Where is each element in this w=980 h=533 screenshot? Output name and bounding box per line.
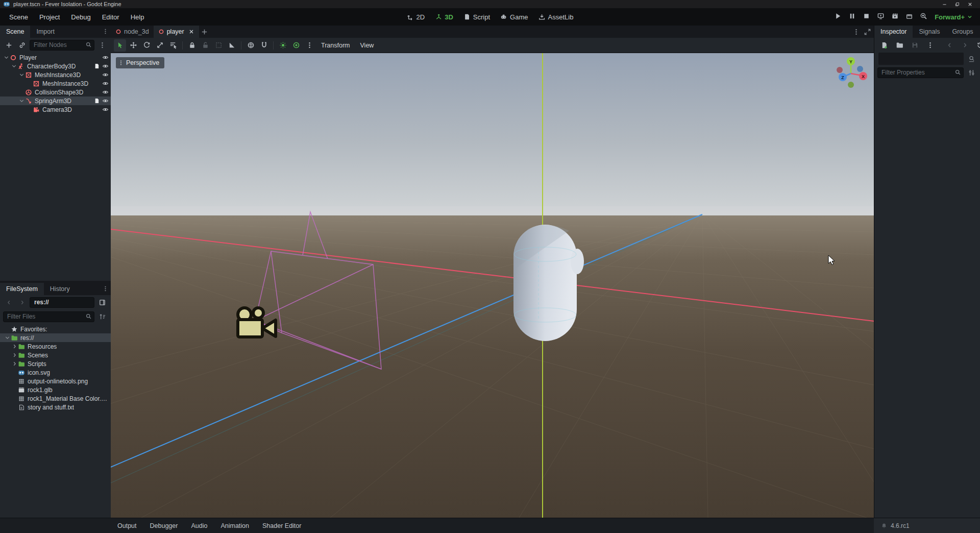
group-button[interactable] <box>212 39 225 52</box>
menu-help[interactable]: Help <box>126 11 150 23</box>
scene-dock-tabs-menu-button[interactable] <box>100 26 111 37</box>
bottom-panel-output[interactable]: Output <box>111 518 143 533</box>
scene-tab-node-3d[interactable]: node_3d <box>111 26 154 38</box>
filesystem-dock-tab-history[interactable]: History <box>44 283 76 295</box>
scene-node-meshinstance3d[interactable]: MeshInstance3D <box>0 70 111 79</box>
movie-maker-button[interactable] <box>920 12 927 22</box>
gizmo-neg-y-ball[interactable] <box>848 82 854 88</box>
tree-expand-arrow[interactable] <box>18 71 25 78</box>
scene-dock-tab-scene[interactable]: Scene <box>0 26 30 38</box>
visibility-toggle[interactable] <box>102 80 109 87</box>
scene-node-player[interactable]: Player <box>0 53 111 62</box>
close-tab-icon[interactable] <box>188 29 194 35</box>
tool-select-button[interactable] <box>114 39 126 52</box>
tool-rotate-button[interactable] <box>140 39 153 52</box>
scene-tree-options-button[interactable] <box>96 39 108 51</box>
play-button[interactable] <box>834 12 842 22</box>
bottom-panel-debugger[interactable]: Debugger <box>143 518 185 533</box>
scene-dock-tab-import[interactable]: Import <box>30 26 60 38</box>
file-item-icon-svg[interactable]: icon.svg <box>0 368 111 377</box>
file-item-story-and-stuff-txt[interactable]: story and stuff.txt <box>0 403 111 411</box>
visibility-toggle[interactable] <box>102 106 109 113</box>
bottom-panel-audio[interactable]: Audio <box>184 518 214 533</box>
filter-properties-input[interactable] <box>877 67 964 78</box>
viewport-menu-transform[interactable]: Transform <box>316 40 355 51</box>
snap-button[interactable] <box>258 39 270 52</box>
scene-node-meshinstance3d[interactable]: MeshInstance3D <box>0 79 111 88</box>
perspective-menu-button[interactable]: Perspective <box>116 57 164 68</box>
renderer-select[interactable]: Forward+ <box>935 13 976 21</box>
environment-button[interactable] <box>290 39 302 52</box>
file-sort-button[interactable] <box>96 311 108 322</box>
scene-node-camera3d[interactable]: Camera3D <box>0 105 111 114</box>
expand-viewport-button[interactable] <box>862 26 873 37</box>
filter-nodes-input[interactable] <box>30 40 94 51</box>
tree-expand-arrow[interactable] <box>18 98 25 104</box>
filesystem-dock-tabs-menu-button[interactable] <box>100 283 111 294</box>
inspector-tab-signals[interactable]: Signals <box>913 26 946 38</box>
tool-list-select-button[interactable] <box>167 39 179 52</box>
filter-files-input[interactable] <box>3 311 94 322</box>
inspector-tab-groups[interactable]: Groups <box>946 26 979 38</box>
workspace-2d[interactable]: 2D <box>407 13 425 21</box>
scene-node-characterbody3d[interactable]: CharacterBody3D <box>0 62 111 70</box>
remote-debug-button[interactable] <box>877 12 885 22</box>
attached-script-button[interactable] <box>93 98 100 104</box>
tree-expand-arrow[interactable] <box>11 343 18 350</box>
scene-tabs-menu-button[interactable] <box>850 26 862 37</box>
tree-expand-arrow[interactable] <box>3 54 10 61</box>
chev-left-button[interactable] <box>944 39 955 51</box>
tree-expand-arrow[interactable] <box>11 352 18 358</box>
3d-viewport[interactable]: Y X Z Perspective <box>111 53 874 518</box>
workspace-script[interactable]: Script <box>463 13 490 21</box>
scene-node-collisionshape3d[interactable]: CollisionShape3D <box>0 88 111 96</box>
file-item-scripts[interactable]: Scripts <box>0 359 111 368</box>
close-button[interactable] <box>967 2 973 7</box>
scene-tab-player[interactable]: player <box>154 26 199 38</box>
minimize-button[interactable] <box>942 2 947 7</box>
bottom-panel-shader-editor[interactable]: Shader Editor <box>256 518 308 533</box>
attached-script-button[interactable] <box>93 63 100 69</box>
file-item-res-[interactable]: res:// <box>0 333 111 342</box>
load-button[interactable] <box>894 39 905 51</box>
player-capsule-mesh[interactable] <box>513 225 584 341</box>
new-resource-button[interactable] <box>878 39 890 51</box>
workspace-game[interactable]: Game <box>500 13 528 21</box>
chev-right-button[interactable] <box>959 39 970 51</box>
file-item-output-onlinetools-png[interactable]: output-onlinetools.png <box>0 377 111 385</box>
filesystem-dock-tab-filesystem[interactable]: FileSystem <box>0 283 44 295</box>
file-item-rock1-material-base-color-png[interactable]: rock1_Material Base Color.png <box>0 394 111 403</box>
inspector-tab-inspector[interactable]: Inspector <box>874 26 913 38</box>
property-filter-options-button[interactable] <box>966 67 977 78</box>
stop-button[interactable] <box>863 12 870 22</box>
tree-expand-arrow[interactable] <box>11 63 17 69</box>
local-space-button[interactable] <box>244 39 257 52</box>
open-docs-button[interactable] <box>966 53 977 64</box>
play-custom-scene-button[interactable] <box>905 12 913 22</box>
file-item-resources[interactable]: Resources <box>0 342 111 351</box>
dots-v-button[interactable] <box>303 39 315 52</box>
add-node-button[interactable] <box>3 39 14 51</box>
current-path[interactable]: res:// <box>30 297 94 308</box>
history-forward-button[interactable] <box>16 297 28 308</box>
tree-expand-arrow[interactable] <box>11 360 18 367</box>
menu-debug[interactable]: Debug <box>66 11 95 23</box>
file-item-favorites-[interactable]: Favorites: <box>0 325 111 333</box>
scene-node-springarm3d[interactable]: SpringArm3D <box>0 96 111 105</box>
tool-scale-button[interactable] <box>154 39 166 52</box>
tree-expand-arrow[interactable] <box>4 334 11 341</box>
unlock-button[interactable] <box>199 39 211 52</box>
file-item-scenes[interactable]: Scenes <box>0 351 111 359</box>
visibility-toggle[interactable] <box>102 54 109 61</box>
visibility-toggle[interactable] <box>102 89 109 95</box>
dots-v-button[interactable] <box>924 39 936 51</box>
sun-button[interactable] <box>277 39 289 52</box>
visibility-toggle[interactable] <box>102 98 109 104</box>
pause-button[interactable] <box>848 12 856 22</box>
visibility-toggle[interactable] <box>102 63 109 69</box>
history-back-button[interactable] <box>3 297 14 308</box>
save-button[interactable] <box>909 39 920 51</box>
maximize-button[interactable] <box>954 2 960 7</box>
menu-project[interactable]: Project <box>34 11 65 23</box>
gizmo-neg-z-ball[interactable] <box>857 66 863 72</box>
